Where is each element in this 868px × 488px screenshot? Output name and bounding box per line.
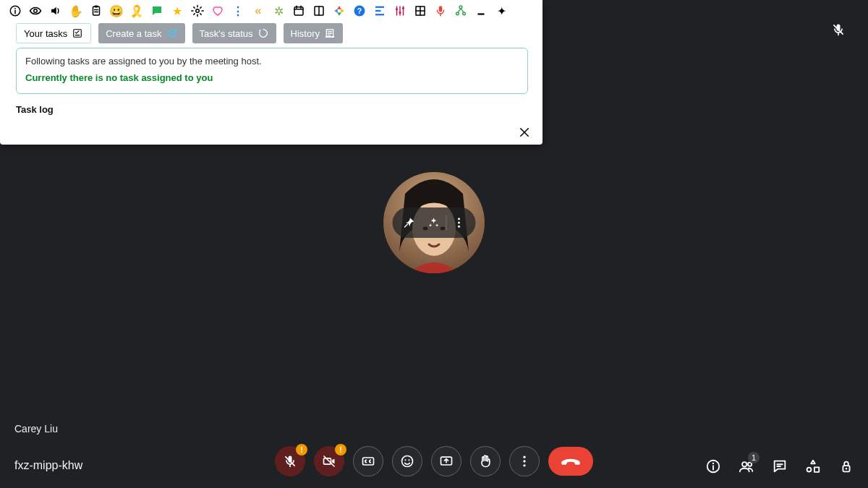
tab-your-tasks[interactable]: Your tasks [16,23,91,43]
task-box: Following tasks are assigned to you by t… [16,48,528,94]
svg-point-25 [402,7,404,9]
colors-icon[interactable] [333,4,346,17]
pin-button[interactable] [397,210,422,235]
camera-button[interactable]: ! [314,446,344,476]
participant-name: Carey Liu [14,423,58,435]
reactions-button[interactable] [392,446,422,476]
svg-point-72 [523,464,525,466]
help-icon[interactable]: ? [353,4,366,17]
cam-alert-badge: ! [335,444,346,455]
sparkle-icon[interactable]: ✦ [495,4,508,17]
tab-label: Create a task [106,28,161,39]
calendar-icon[interactable] [292,4,305,17]
tasks-panel: ✋ 😀 🎗️ ★ ⋮ « ✲ ? ✦ Your tasks Create a t… [0,0,542,145]
ribbon-icon[interactable]: 🎗️ [130,4,143,17]
chat-bubble-icon[interactable] [150,4,163,17]
tab-task-status[interactable]: Task's status [192,23,276,43]
svg-rect-4 [93,7,100,15]
raise-hand-button[interactable] [470,446,501,476]
svg-rect-5 [95,6,98,8]
svg-point-3 [34,9,38,13]
tab-history[interactable]: History [284,23,343,43]
svg-point-80 [807,468,812,472]
svg-point-59 [458,226,460,228]
svg-line-56 [405,224,408,227]
captions-button[interactable] [353,446,383,476]
clipboard-icon[interactable] [90,4,103,17]
tab-label: History [291,28,320,39]
close-panel-button[interactable] [516,124,532,140]
svg-line-35 [461,9,464,12]
svg-point-71 [523,460,525,462]
task-empty-message: Currently there is no task assigned to y… [25,72,519,83]
svg-point-24 [399,12,401,14]
double-left-icon[interactable]: « [252,4,265,17]
svg-point-57 [458,218,460,220]
meeting-code[interactable]: fxz-mipp-khw [14,459,82,472]
tab-label: Task's status [200,28,253,39]
hand-icon[interactable]: ✋ [69,4,82,17]
svg-rect-46 [326,36,334,38]
sliders-icon[interactable] [393,4,407,17]
extensions-toolbar: ✋ 😀 🎗️ ★ ⋮ « ✲ ? ✦ [0,0,542,20]
tab-create-task[interactable]: Create a task [98,23,184,43]
svg-point-67 [404,459,406,461]
call-controls: ! ! [275,446,593,476]
svg-point-76 [742,462,746,466]
svg-rect-37 [74,30,82,38]
chat-button[interactable] [771,458,788,475]
svg-point-58 [458,222,460,224]
present-button[interactable] [431,446,461,476]
volume-icon[interactable] [49,4,62,17]
task-description: Following tasks are assigned to you by t… [25,56,519,67]
svg-point-70 [523,456,525,458]
svg-rect-81 [814,467,819,471]
svg-point-68 [408,459,409,461]
svg-line-34 [458,9,461,12]
host-controls-button[interactable] [838,458,855,475]
more-vertical-icon[interactable]: ⋮ [231,4,244,17]
column-icon[interactable] [312,4,326,17]
meeting-details-button[interactable] [705,458,722,475]
participant-tile[interactable] [383,172,485,273]
tile-more-button[interactable] [447,210,472,235]
grid-icon[interactable] [414,4,427,17]
svg-point-83 [846,468,847,469]
heart-icon[interactable] [211,4,224,17]
svg-point-8 [196,9,200,13]
mic-muted-indicator-icon [830,22,846,38]
effects-button[interactable] [422,210,446,235]
right-panel-icons: 1 [705,458,855,475]
microphone-button[interactable]: ! [275,446,305,476]
svg-point-23 [396,8,398,10]
task-log[interactable]: Task log [0,94,542,125]
info-icon[interactable] [9,4,22,17]
svg-point-2 [14,8,16,9]
gear-icon[interactable] [191,4,204,17]
mic-alert-badge: ! [296,444,307,455]
eye-icon[interactable] [29,4,42,17]
people-count-badge: 1 [748,452,760,463]
activities-button[interactable] [804,458,822,475]
svg-text:?: ? [357,7,362,15]
tab-label: Your tasks [24,28,67,39]
text-doc-icon[interactable] [373,4,386,17]
emoji-icon[interactable]: 😀 [110,4,123,17]
svg-rect-29 [439,6,443,12]
minimize-icon[interactable] [475,4,488,17]
mic-red-icon[interactable] [434,4,447,17]
leave-call-button[interactable] [548,447,593,476]
tile-hover-controls [393,207,476,238]
svg-rect-9 [294,7,303,15]
svg-point-66 [402,456,413,467]
more-options-button[interactable] [509,446,540,476]
star-icon[interactable]: ★ [171,4,184,17]
svg-rect-65 [363,458,374,465]
nodes-icon[interactable] [454,4,467,17]
people-button[interactable]: 1 [738,458,755,475]
svg-point-75 [712,463,714,464]
pinwheel-icon[interactable]: ✲ [272,4,285,17]
tabs-row: Your tasks Create a task Task's status H… [0,20,542,48]
